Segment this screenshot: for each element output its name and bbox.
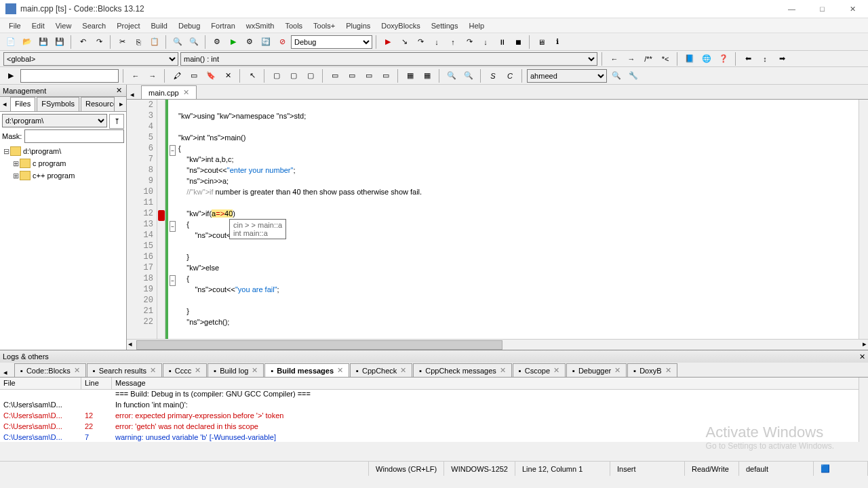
letter-c-icon[interactable]: C: [502, 68, 517, 83]
menu-build[interactable]: Build: [145, 20, 172, 32]
scope-function-select[interactable]: main() : int: [180, 52, 597, 66]
jump-back-icon[interactable]: ←: [128, 68, 143, 83]
find-icon[interactable]: 🔍: [170, 35, 185, 49]
paste-icon[interactable]: 📋: [147, 35, 162, 49]
save-all-icon[interactable]: 💾: [52, 35, 67, 49]
sq1-icon[interactable]: ▢: [269, 68, 284, 83]
logs-col-line[interactable]: Line: [81, 378, 112, 389]
jump-forward-icon[interactable]: →: [145, 68, 160, 83]
tab-close-icon[interactable]: ✕: [614, 366, 620, 375]
logs-tab-search-results[interactable]: ▪Search results✕: [87, 363, 162, 377]
tree-item-c[interactable]: ⊞ c program: [2, 157, 124, 169]
log-row[interactable]: C:\Users\sam\D...22error: 'getch' was no…: [0, 422, 868, 433]
minimize-button[interactable]: —: [776, 0, 807, 18]
script-input[interactable]: [20, 69, 119, 83]
menu-settings[interactable]: Settings: [426, 20, 464, 32]
logs-tab-cppcheck[interactable]: ▪CppCheck✕: [350, 363, 412, 377]
rebuild-icon[interactable]: 🔄: [258, 35, 273, 49]
path-select[interactable]: d:\program\: [2, 114, 107, 127]
doxy-html-icon[interactable]: 🌐: [699, 52, 714, 66]
sq2-icon[interactable]: ▢: [286, 68, 301, 83]
log-row[interactable]: C:\Users\sam\D...7warning: unused variab…: [0, 433, 868, 442]
tab-close-icon[interactable]: ✕: [195, 366, 201, 375]
tab-close-icon[interactable]: ✕: [553, 366, 559, 375]
menu-tools-plus[interactable]: Tools+: [308, 20, 340, 32]
step-out-icon[interactable]: ↑: [446, 35, 460, 49]
tbl1-icon[interactable]: ▦: [403, 68, 418, 83]
build-run-icon[interactable]: ⚙: [242, 35, 257, 49]
log-row[interactable]: === Build: Debug in ts (compiler: GNU GC…: [0, 390, 868, 401]
logs-tab-cppcheck-messages[interactable]: ▪CppCheck messages✕: [413, 363, 511, 377]
zoom-out-icon[interactable]: 🔍: [461, 68, 476, 83]
menu-plugins[interactable]: Plugins: [340, 20, 376, 32]
hscroll-right-icon[interactable]: ▸: [863, 340, 867, 348]
highlight-icon[interactable]: 🖍: [170, 68, 184, 83]
info-icon[interactable]: ℹ: [550, 35, 565, 49]
logs-tab-cccc[interactable]: ▪Cccc✕: [163, 363, 207, 377]
select-target-icon[interactable]: ↖: [245, 68, 260, 83]
tree-expand-icon[interactable]: ⊞: [12, 159, 20, 168]
tab-close-icon[interactable]: ✕: [400, 366, 406, 375]
logs-col-file[interactable]: File: [0, 378, 81, 389]
rect2-icon[interactable]: ▭: [344, 68, 359, 83]
editor-tab-prev-icon[interactable]: ◂: [130, 90, 141, 99]
tab-close-icon[interactable]: ✕: [74, 366, 80, 375]
tab-close-icon[interactable]: ✕: [337, 366, 343, 375]
mgmt-tab-resources[interactable]: Resources: [81, 97, 115, 111]
run-to-cursor-icon[interactable]: ↘: [397, 35, 412, 49]
tree-root[interactable]: ⊟ d:\program\: [2, 145, 124, 157]
rect3-icon[interactable]: ▭: [361, 68, 376, 83]
bookmark-icon[interactable]: 🔖: [203, 68, 218, 83]
menu-edit[interactable]: Edit: [26, 20, 50, 32]
status-lang-icon[interactable]: 🟦: [814, 462, 868, 476]
hscroll-left-icon[interactable]: ◂: [128, 340, 132, 348]
logs-vscroll[interactable]: [859, 378, 868, 442]
new-file-icon[interactable]: 📄: [3, 35, 18, 49]
clear-icon[interactable]: ✕: [220, 68, 235, 83]
rect4-icon[interactable]: ▭: [378, 68, 393, 83]
search-name-select[interactable]: ahmeed: [527, 69, 607, 83]
build-icon[interactable]: ⚙: [210, 35, 224, 49]
logs-tab-build-log[interactable]: ▪Build log✕: [208, 363, 264, 377]
doxy-extract-icon[interactable]: *<: [658, 52, 673, 66]
cut-icon[interactable]: ✂: [115, 35, 130, 49]
save-icon[interactable]: 💾: [36, 35, 51, 49]
tab-close-icon[interactable]: ✕: [665, 366, 671, 375]
abort-icon[interactable]: ⊘: [275, 35, 290, 49]
letter-s-icon[interactable]: S: [486, 68, 500, 83]
logs-tab-prev-icon[interactable]: ◂: [3, 368, 14, 377]
mgmt-tab-files[interactable]: Files: [10, 97, 35, 111]
code-area[interactable]: "kw">using "kw">namespace "ns">std;"kw">…: [178, 100, 859, 339]
copy-icon[interactable]: ⎘: [131, 35, 146, 49]
logs-col-message[interactable]: Message: [112, 378, 868, 389]
debug-windows-icon[interactable]: 🖥: [534, 35, 549, 49]
open-icon[interactable]: 📂: [20, 35, 35, 49]
replace-icon[interactable]: 🔍: [186, 35, 201, 49]
logs-tab-debugger[interactable]: ▪Debugger✕: [566, 363, 627, 377]
step-into-icon[interactable]: ↓: [429, 35, 444, 49]
undo-icon[interactable]: ↶: [75, 35, 90, 49]
doxy-comment-icon[interactable]: /**: [641, 52, 656, 66]
prev-func-icon[interactable]: ←: [607, 52, 622, 66]
nav-jump-icon[interactable]: ↕: [757, 52, 772, 66]
tab-close-icon[interactable]: ✕: [150, 366, 156, 375]
menu-wxsmith[interactable]: wxSmith: [241, 20, 280, 32]
management-close-icon[interactable]: ✕: [114, 86, 123, 96]
editor-hscroll[interactable]: ◂ ▸: [127, 339, 868, 350]
mgmt-tab-prev-icon[interactable]: ◂: [0, 97, 10, 111]
menu-debug[interactable]: Debug: [173, 20, 205, 32]
next-line-icon[interactable]: ↷: [413, 35, 428, 49]
sq3-icon[interactable]: ▢: [303, 68, 318, 83]
stop-icon[interactable]: ⏹: [511, 35, 526, 49]
maximize-button[interactable]: □: [807, 0, 837, 18]
logs-tab-build-messages[interactable]: ▪Build messages✕: [264, 363, 349, 377]
break-icon[interactable]: ⏸: [494, 35, 509, 49]
build-target-select[interactable]: Debug: [291, 35, 372, 49]
doxy-chm-icon[interactable]: ❓: [716, 52, 731, 66]
menu-help[interactable]: Help: [463, 20, 490, 32]
mgmt-tab-next-icon[interactable]: ▸: [116, 97, 126, 111]
next-instr-icon[interactable]: ↷: [462, 35, 477, 49]
code-editor[interactable]: 2345678910111213141516171819202122 −−− "…: [127, 100, 868, 339]
scope-global-select[interactable]: <global>: [3, 52, 178, 66]
menu-tools[interactable]: Tools: [279, 20, 308, 32]
